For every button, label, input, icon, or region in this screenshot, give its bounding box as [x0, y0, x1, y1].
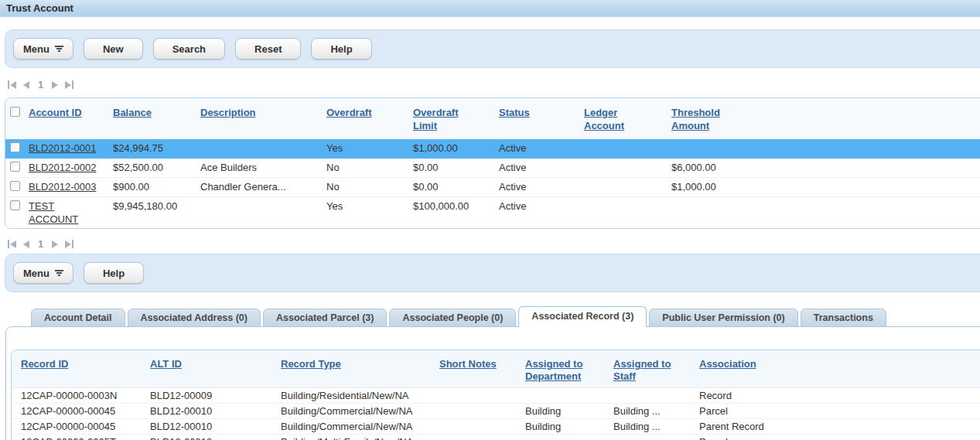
previous-page-icon[interactable]: [23, 240, 29, 248]
next-page-icon[interactable]: [52, 240, 58, 248]
detail-help-button[interactable]: Help: [84, 262, 144, 284]
record-id-cell: 12CAP-00000-00045: [21, 419, 150, 434]
menu-button-label: Menu: [23, 43, 50, 55]
column-header-assigned-department[interactable]: Assigned to Department: [525, 358, 587, 383]
tab-associated-parcel[interactable]: Associated Parcel (3): [263, 309, 387, 327]
record-row[interactable]: 12CAP-00000-0005T BLD12-00012 Building/M…: [12, 435, 980, 440]
record-id-cell: 12CAP-00000-00045: [21, 404, 150, 418]
associated-record-panel: Record ID ALT ID Record Type Short Notes…: [5, 326, 980, 440]
last-page-icon[interactable]: [65, 240, 73, 248]
last-page-icon[interactable]: [65, 80, 73, 89]
association-cell: Parent Record: [699, 419, 980, 434]
assigned-staff-cell: [613, 388, 699, 390]
threshold-amount-cell: [671, 139, 772, 144]
column-header-threshold-amount[interactable]: Threshold Amount: [671, 106, 733, 132]
tab-associated-address[interactable]: Associated Address (0): [128, 309, 261, 327]
ledger-account-cell: [584, 197, 671, 202]
menu-button[interactable]: Menu: [13, 38, 73, 60]
menu-dropdown-icon: [55, 270, 63, 276]
tab-associated-record[interactable]: Associated Record (3): [518, 306, 647, 327]
previous-page-icon[interactable]: [23, 81, 29, 89]
account-id-link[interactable]: BLD2012-0001: [29, 142, 96, 155]
column-header-account-id[interactable]: Account ID: [29, 106, 82, 119]
column-header-ledger-account[interactable]: Ledger Account: [584, 106, 633, 132]
short-notes-cell: [439, 435, 525, 436]
association-cell: Record: [699, 388, 980, 403]
overdraft-limit-cell: $1,000.00: [413, 139, 499, 157]
new-button[interactable]: New: [84, 38, 143, 60]
tab-account-detail[interactable]: Account Detail: [31, 309, 125, 327]
column-header-association[interactable]: Association: [699, 358, 756, 370]
ledger-account-cell: [584, 159, 671, 163]
accounts-table-header: Account ID Balance Description Overdraft…: [5, 98, 980, 139]
alt-id-cell: BLD12-00012: [150, 435, 281, 440]
help-button-label: Help: [330, 43, 352, 55]
search-button[interactable]: Search: [153, 38, 225, 60]
status-cell: Active: [499, 178, 584, 196]
short-notes-cell: [439, 388, 525, 390]
column-header-overdraft-limit[interactable]: Overdraft Limit: [413, 106, 469, 132]
overdraft-limit-cell: $0.00: [413, 159, 499, 176]
association-cell: Parcel: [699, 435, 980, 440]
overdraft-cell: Yes: [326, 139, 413, 157]
threshold-amount-cell: $1,000.00: [671, 178, 772, 196]
record-id-cell: 12CAP-00000-0003N: [21, 388, 150, 403]
account-row[interactable]: TEST ACCOUNT $9,945,180.00 Yes $100,000.…: [5, 197, 980, 228]
column-header-assigned-staff[interactable]: Assigned to Staff: [613, 358, 675, 383]
balance-cell: $24,994.75: [113, 139, 200, 157]
detail-pager: 1: [8, 238, 980, 250]
assigned-staff-cell: Building ...: [613, 404, 699, 418]
account-row[interactable]: BLD2012-0003 $900.00 Chandler Genera... …: [5, 178, 980, 197]
assigned-department-cell: [525, 435, 613, 436]
column-header-short-notes[interactable]: Short Notes: [439, 358, 497, 370]
search-button-label: Search: [172, 43, 206, 55]
assigned-staff-cell: Building ...: [613, 419, 699, 434]
reset-button[interactable]: Reset: [235, 38, 301, 60]
assigned-department-cell: [525, 388, 613, 390]
detail-menu-button-label: Menu: [23, 268, 50, 279]
tab-public-user-permission[interactable]: Public User Permission (0): [649, 309, 797, 327]
account-row[interactable]: BLD2012-0002 $52,500.00 Ace Builders No …: [5, 159, 980, 178]
column-header-alt-id[interactable]: ALT ID: [150, 358, 182, 370]
balance-cell: $900.00: [113, 178, 200, 196]
record-row[interactable]: 12CAP-00000-0003N BLD12-00009 Building/R…: [12, 388, 980, 404]
row-checkbox[interactable]: [10, 200, 20, 210]
status-cell: Active: [499, 139, 584, 157]
alt-id-cell: BLD12-00010: [150, 419, 281, 434]
alt-id-cell: BLD12-00009: [150, 388, 281, 403]
column-header-record-type[interactable]: Record Type: [281, 358, 341, 370]
account-row[interactable]: BLD2012-0001 $24,994.75 Yes $1,000.00 Ac…: [5, 139, 980, 159]
records-table-header: Record ID ALT ID Record Type Short Notes…: [12, 350, 980, 388]
record-row[interactable]: 12CAP-00000-00045 BLD12-00010 Building/C…: [12, 419, 980, 435]
tab-transactions[interactable]: Transactions: [801, 309, 886, 327]
row-checkbox[interactable]: [10, 181, 20, 191]
first-page-icon[interactable]: [8, 240, 16, 248]
column-header-status[interactable]: Status: [499, 106, 530, 119]
account-id-link[interactable]: TEST ACCOUNT: [29, 200, 102, 226]
status-cell: Active: [499, 159, 584, 176]
column-header-overdraft[interactable]: Overdraft: [326, 106, 372, 119]
menu-dropdown-icon: [55, 46, 63, 52]
account-id-link[interactable]: BLD2012-0003: [29, 180, 96, 193]
accounts-pager: 1: [8, 79, 980, 90]
column-header-record-id[interactable]: Record ID: [21, 358, 68, 370]
record-row[interactable]: 12CAP-00000-00045 BLD12-00010 Building/C…: [12, 404, 980, 419]
column-header-description[interactable]: Description: [200, 106, 256, 119]
next-page-icon[interactable]: [52, 81, 58, 89]
tab-associated-people[interactable]: Associated People (0): [389, 309, 516, 327]
association-cell: Parcel: [699, 404, 980, 418]
record-type-cell: Building/Commercial/New/NA: [281, 419, 439, 434]
select-all-checkbox[interactable]: [10, 107, 20, 117]
record-type-cell: Building/Commercial/New/NA: [281, 404, 439, 418]
detail-toolbar: Menu Help: [5, 254, 980, 292]
first-page-icon[interactable]: [8, 80, 16, 89]
detail-menu-button[interactable]: Menu: [13, 262, 73, 284]
column-header-balance[interactable]: Balance: [113, 106, 152, 119]
account-id-link[interactable]: BLD2012-0002: [29, 161, 96, 174]
threshold-amount-cell: $6,000.00: [671, 159, 772, 176]
overdraft-cell: Yes: [326, 197, 413, 215]
help-button[interactable]: Help: [311, 38, 371, 60]
row-checkbox[interactable]: [10, 142, 20, 152]
row-checkbox[interactable]: [10, 162, 20, 172]
overdraft-cell: No: [326, 159, 413, 176]
